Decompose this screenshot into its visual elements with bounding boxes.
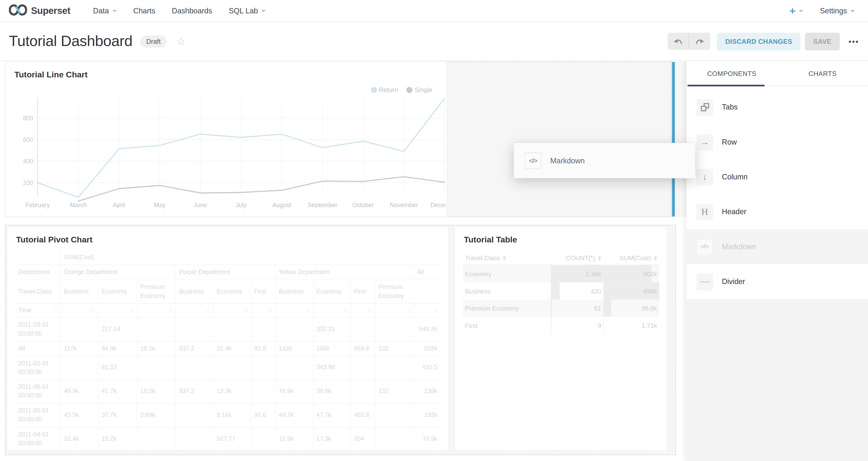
pivot-class-row: Travel ClassBusinessEconomyPremium Econo… bbox=[15, 280, 440, 304]
panel-item-header[interactable]: HHeader bbox=[686, 194, 868, 229]
pivot-col-label: Premium Economy bbox=[137, 280, 176, 304]
brand-name: Superset bbox=[31, 5, 70, 16]
sum-cell: 99.8k bbox=[603, 300, 659, 317]
svg-text:May: May bbox=[154, 202, 166, 208]
markdown-icon: </> bbox=[525, 152, 541, 169]
sort-icon[interactable]: ↓↑ bbox=[54, 306, 57, 312]
column-header[interactable]: SUM(Cost) bbox=[603, 251, 659, 265]
pivot-cell: 76.9k bbox=[275, 380, 313, 404]
data-table: Travel ClassCOUNT(*)SUM(Cost)Economy2.46… bbox=[463, 251, 659, 334]
drag-preview-markdown[interactable]: </> Markdown bbox=[514, 143, 695, 178]
panel-item-tabs[interactable]: Tabs bbox=[686, 90, 868, 125]
pivot-cell: 49.7k bbox=[275, 404, 313, 427]
pivot-cell bbox=[350, 317, 375, 341]
pivot-cell: 343.98 bbox=[313, 356, 350, 380]
pivot-rowdim-label: Travel Class bbox=[15, 280, 60, 304]
sort-icon[interactable]: ↓↑ bbox=[407, 307, 410, 313]
editor-content: Tutorial Line Chart ReturnSingle 2004006… bbox=[0, 61, 868, 461]
nav-item-sql-lab[interactable]: SQL Lab bbox=[229, 7, 266, 15]
plus-icon: + bbox=[789, 6, 796, 16]
sort-icon[interactable]: ↓↑ bbox=[91, 307, 94, 313]
undo-button[interactable] bbox=[668, 33, 689, 50]
line-chart-card[interactable]: Tutorial Line Chart ReturnSingle 2004006… bbox=[5, 62, 447, 217]
sort-icon[interactable]: ↓↑ bbox=[130, 307, 133, 313]
pivot-cell: 15.2k bbox=[98, 427, 137, 451]
sort-icon[interactable]: ↓↑ bbox=[206, 307, 210, 313]
save-button[interactable]: SAVE bbox=[805, 32, 840, 50]
sort-icon[interactable]: ↓↑ bbox=[368, 307, 371, 313]
sort-icon[interactable]: ↓↑ bbox=[434, 307, 437, 313]
column-header[interactable]: COUNT(*) bbox=[551, 251, 603, 265]
dashboard-title[interactable]: Tutorial Dashboard bbox=[9, 33, 132, 50]
pivot-cell bbox=[375, 427, 413, 451]
pivot-data-row: 2011-06-01 00:00:0049.9k41.7k16.5k937.21… bbox=[15, 380, 440, 404]
pivot-cell: 204 bbox=[350, 427, 375, 451]
pivot-group-row: DepartmentOrange DepartmentPurple Depart… bbox=[15, 265, 440, 280]
sort-icon[interactable]: ↓↑ bbox=[244, 307, 247, 313]
pivot-group-label: Yellow Department bbox=[275, 265, 414, 280]
pivot-cell: 45.5k bbox=[60, 404, 98, 427]
svg-text:600: 600 bbox=[23, 136, 33, 143]
line-chart: 200400600800FebruaryMarchAprilMayJuneJul… bbox=[6, 90, 446, 214]
sort-icon bbox=[598, 256, 601, 261]
pivot-cell bbox=[251, 317, 275, 341]
svg-text:October: October bbox=[352, 202, 374, 208]
pivot-cell bbox=[350, 356, 375, 380]
superset-infinity-icon bbox=[9, 4, 27, 18]
panel-item-divider[interactable]: Divider bbox=[686, 264, 868, 299]
sort-icon[interactable]: ↓↑ bbox=[168, 307, 172, 313]
sort-icon[interactable]: ↓↑ bbox=[344, 307, 347, 313]
sort-icon[interactable]: ↓↑ bbox=[268, 307, 272, 313]
chart-title[interactable]: Tutorial Table bbox=[464, 235, 517, 244]
new-dropdown-button[interactable]: + bbox=[789, 6, 803, 16]
more-options-button[interactable]: ••• bbox=[848, 37, 859, 45]
table-chart-card[interactable]: Tutorial Table Travel ClassCOUNT(*)SUM(C… bbox=[455, 226, 667, 451]
favorite-star-icon[interactable]: ☆ bbox=[176, 36, 186, 47]
pivot-cell bbox=[375, 404, 413, 427]
pivot-chart-card[interactable]: Tutorial Pivot Chart SUM(Cost)Department… bbox=[6, 226, 449, 451]
pivot-cell: 2.69k bbox=[137, 404, 176, 427]
pivot-cell: 41.7k bbox=[98, 380, 137, 404]
redo-icon bbox=[695, 37, 705, 45]
pivot-cell: 49.9k bbox=[60, 380, 98, 404]
svg-text:June: June bbox=[194, 202, 207, 208]
pivot-col-label: Business bbox=[60, 280, 98, 304]
tab-components[interactable]: COMPONENTS bbox=[686, 61, 777, 86]
row-icon: → bbox=[696, 134, 713, 150]
chart-title[interactable]: Tutorial Line Chart bbox=[14, 70, 88, 79]
pivot-col-label: Economy bbox=[213, 280, 251, 304]
svg-text:September: September bbox=[308, 202, 337, 208]
sort-icon bbox=[503, 256, 506, 261]
undo-icon bbox=[673, 37, 683, 45]
pivot-cell: 937.2 bbox=[176, 341, 213, 356]
drop-indicator bbox=[672, 62, 675, 217]
drag-preview-label: Markdown bbox=[550, 156, 585, 165]
settings-menu[interactable]: Settings bbox=[820, 7, 855, 15]
redo-button[interactable] bbox=[689, 33, 710, 50]
pivot-cell: 669.6 bbox=[350, 341, 375, 356]
panel-item-markdown[interactable]: </>Markdown bbox=[686, 229, 868, 264]
column-header[interactable]: Travel Class bbox=[463, 251, 551, 265]
pivot-cell bbox=[251, 356, 275, 380]
pivot-cell: 19.2k bbox=[137, 341, 176, 356]
discard-changes-button[interactable]: DISCARD CHANGES bbox=[717, 32, 801, 50]
nav-item-data[interactable]: Data bbox=[93, 7, 117, 15]
pivot-cell bbox=[176, 317, 213, 341]
chart-title[interactable]: Tutorial Pivot Chart bbox=[16, 235, 92, 244]
nav-item-dashboards[interactable]: Dashboards bbox=[172, 7, 212, 15]
header-icon: H bbox=[696, 204, 713, 220]
panel-item-row[interactable]: →Row bbox=[686, 125, 868, 159]
pivot-col-label: First bbox=[350, 280, 375, 304]
nav-item-charts[interactable]: Charts bbox=[133, 7, 155, 15]
superset-logo[interactable]: Superset bbox=[9, 4, 70, 18]
pivot-data-row: 2011-04-01 00:00:0021.4k15.2k927.7715.9k… bbox=[15, 427, 440, 451]
pivot-cell: 8.16k bbox=[213, 404, 251, 427]
draft-badge: Draft bbox=[140, 35, 167, 47]
travel-class-cell: Economy bbox=[463, 265, 551, 283]
sort-icon[interactable]: ↓↑ bbox=[306, 307, 309, 313]
tab-charts[interactable]: CHARTS bbox=[777, 61, 868, 86]
panel-item-column[interactable]: ↓Column bbox=[686, 159, 868, 194]
svg-text:April: April bbox=[113, 202, 125, 208]
pivot-cell bbox=[137, 317, 176, 341]
svg-text:March: March bbox=[70, 202, 87, 208]
